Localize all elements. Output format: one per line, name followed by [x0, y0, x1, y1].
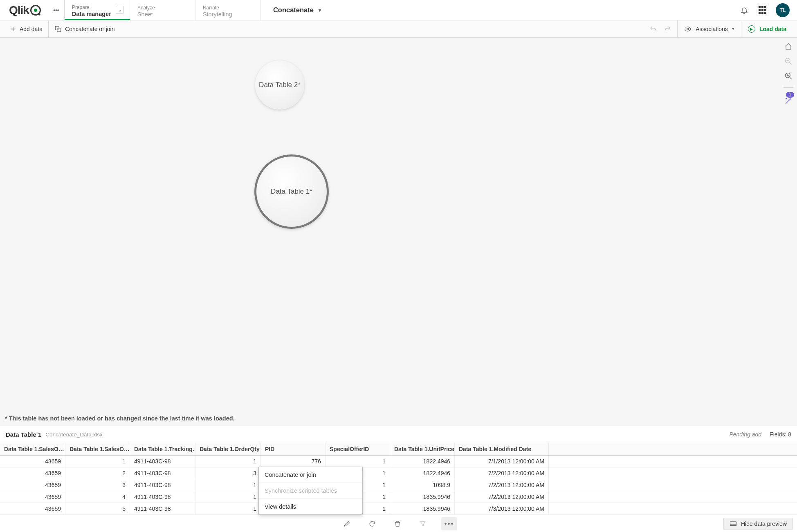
delete-table-button[interactable] — [391, 518, 404, 530]
cell: 1098.9 — [390, 479, 455, 491]
cell: 4911-403C-98 — [130, 467, 195, 479]
trash-icon — [394, 520, 401, 528]
table-row[interactable]: 4365944911-403C-98111835.99467/2/2013 12… — [0, 491, 797, 503]
undo-redo-group — [644, 25, 677, 33]
ellipsis-icon: ••• — [53, 7, 59, 13]
cell: 7/2/2013 12:00:00 AM — [455, 479, 549, 491]
table-row[interactable]: 4365924911-403C-98311822.49467/2/2013 12… — [0, 467, 797, 479]
table-row[interactable]: 4365914911-403C-98177611822.49467/1/2013… — [0, 456, 797, 467]
table-bubble-data-table-1[interactable]: Data Table 1* — [254, 154, 329, 229]
notifications-button[interactable] — [740, 6, 749, 15]
reload-table-button[interactable] — [365, 518, 379, 530]
bubble-label: Data Table 1* — [271, 188, 312, 196]
cell: 4 — [65, 491, 130, 503]
cell: 1 — [65, 456, 130, 467]
eye-icon — [684, 25, 691, 33]
cell: 1 — [326, 456, 390, 467]
view-label: Associations — [696, 26, 728, 32]
col-header[interactable]: Data Table 1.SalesO… — [65, 443, 130, 455]
preview-table-name: Data Table 1 — [6, 431, 41, 438]
view-dropdown[interactable]: Associations ▾ — [677, 20, 741, 38]
table-row[interactable]: 4365954911-403C-98111835.99467/3/2013 12… — [0, 503, 797, 515]
tool-separator — [784, 87, 793, 88]
cell: 2 — [65, 467, 130, 479]
zoom-in-button[interactable] — [784, 72, 793, 80]
associations-canvas[interactable]: Data Table 2* Data Table 1* * This table… — [0, 38, 797, 426]
app-title-text: Concatenate — [273, 6, 314, 14]
tab-big: Data manager — [72, 11, 122, 17]
cell: 1822.4946 — [390, 467, 455, 479]
redo-button[interactable] — [664, 25, 671, 33]
add-data-button[interactable]: Add data — [4, 20, 49, 38]
undo-icon — [649, 25, 657, 33]
cell: 43659 — [0, 503, 65, 514]
filter-button[interactable] — [416, 518, 430, 530]
chevron-down-icon: ▾ — [732, 26, 734, 31]
cell: 776 — [261, 456, 326, 467]
col-header[interactable]: Data Table 1.Tracking… — [130, 443, 195, 455]
cell: 43659 — [0, 479, 65, 491]
user-avatar[interactable]: TL — [776, 3, 790, 17]
logo-q-icon — [30, 5, 41, 16]
cell: 1 — [195, 456, 261, 467]
home-button[interactable] — [784, 42, 793, 51]
more-actions-button[interactable]: ••• — [441, 517, 458, 530]
filter-icon — [419, 520, 427, 528]
recommendations-button[interactable]: 1 — [784, 97, 793, 105]
cell: 5 — [65, 503, 130, 514]
global-menu-button[interactable]: ••• — [48, 0, 65, 20]
ctx-synchronize-scripted: Synchronize scripted tables — [259, 483, 362, 499]
table-bubble-data-table-2[interactable]: Data Table 2* — [255, 60, 304, 110]
tab-small: Prepare — [72, 4, 122, 10]
logo-text: Qlik — [9, 4, 29, 17]
cell: 43659 — [0, 456, 65, 467]
col-header[interactable]: Data Table 1.UnitPrice — [390, 443, 455, 455]
concatenate-join-button[interactable]: Concatenate or join — [49, 20, 120, 38]
undo-button[interactable] — [649, 25, 657, 33]
zoom-out-button[interactable] — [784, 57, 793, 65]
ctx-concatenate-or-join[interactable]: Concatenate or join — [259, 467, 362, 483]
bell-icon — [740, 6, 748, 14]
recommendations-badge: 1 — [786, 92, 794, 98]
col-header[interactable]: SpecialOfferID — [326, 443, 390, 455]
col-header[interactable]: Data Table 1.SalesO… — [0, 443, 65, 455]
svg-rect-6 — [730, 524, 736, 526]
preview-tool-group: ••• — [340, 517, 458, 530]
hide-preview-button[interactable]: Hide data preview — [723, 518, 793, 530]
tab-analyze[interactable]: Analyze Sheet — [130, 0, 195, 20]
cell: 1822.4946 — [390, 456, 455, 467]
cell: 7/3/2013 12:00:00 AM — [455, 503, 549, 514]
tab-dropdown-caret[interactable]: ⌄ — [116, 6, 124, 14]
col-header[interactable]: PID — [261, 443, 326, 455]
cell: 4911-403C-98 — [130, 491, 195, 503]
concatenate-icon — [54, 25, 62, 33]
ctx-view-details[interactable]: View details — [259, 499, 362, 514]
home-icon — [784, 42, 793, 51]
table-row[interactable]: 4365934911-403C-98111098.97/2/2013 12:00… — [0, 479, 797, 491]
col-header[interactable]: Data Table 1.OrderQty — [195, 443, 261, 455]
tab-narrate[interactable]: Narrate Storytelling — [195, 0, 261, 20]
tab-big: Storytelling — [203, 11, 253, 18]
cell: 1 — [195, 479, 261, 491]
top-bar: Qlik ••• Prepare Data manager ⌄ Analyze … — [0, 0, 797, 20]
hub-button[interactable] — [758, 6, 767, 15]
col-header[interactable]: Data Table 1.Modified Date — [455, 443, 549, 455]
cell: 3 — [65, 479, 130, 491]
top-right: TL — [740, 0, 797, 20]
pencil-icon — [343, 520, 350, 528]
sub-left: Add data Concatenate or join — [4, 20, 120, 38]
edit-table-button[interactable] — [340, 518, 354, 530]
cell: 7/2/2013 12:00:00 AM — [455, 491, 549, 503]
tab-small: Narrate — [203, 5, 253, 11]
canvas-tools: 1 — [780, 41, 797, 105]
cell: 1 — [195, 491, 261, 503]
tab-small: Analyze — [137, 5, 188, 11]
preview-field-count: Fields: 8 — [770, 431, 791, 438]
cell: 43659 — [0, 467, 65, 479]
cell: 3 — [195, 467, 261, 479]
cell: 4911-403C-98 — [130, 479, 195, 491]
app-title-dropdown[interactable]: Concatenate ▾ — [261, 0, 740, 20]
load-data-button[interactable]: ▶ Load data — [741, 20, 793, 38]
zoom-in-icon — [784, 72, 793, 80]
tab-prepare[interactable]: Prepare Data manager ⌄ — [65, 0, 130, 20]
